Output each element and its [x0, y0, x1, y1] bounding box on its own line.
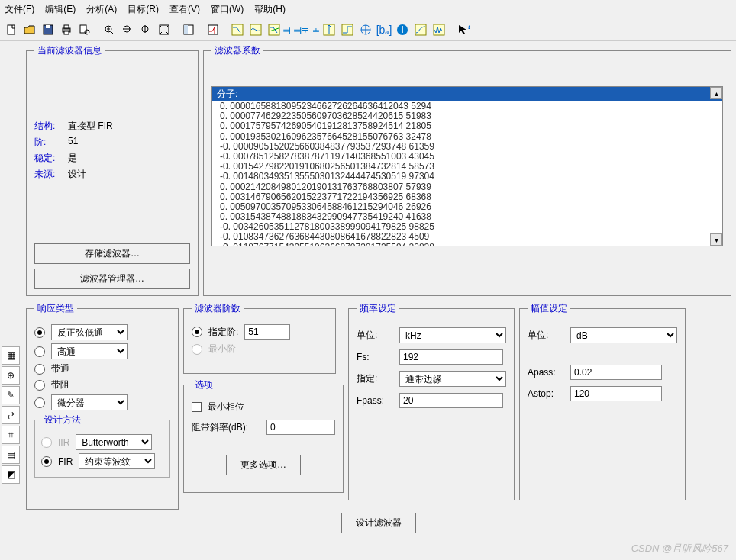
- resp-select-1[interactable]: 高通: [51, 343, 128, 359]
- resp-select-0[interactable]: 反正弦低通: [51, 324, 128, 340]
- mag-resp-icon[interactable]: [229, 21, 246, 38]
- fir-select[interactable]: 约束等波纹: [79, 453, 155, 469]
- mag-unit-select[interactable]: dB: [570, 327, 677, 343]
- resp-radio-2[interactable]: [34, 364, 45, 375]
- stopband-slope-input[interactable]: [266, 420, 335, 435]
- print-preview-icon[interactable]: [76, 21, 93, 38]
- more-options-button[interactable]: 更多选项…: [226, 455, 301, 475]
- filter-manager-button[interactable]: 滤波器管理器…: [34, 269, 190, 289]
- resp-radio-0[interactable]: [34, 327, 45, 338]
- coeff-line: -0. 0108347362763684430808641678822823 4…: [220, 232, 715, 242]
- response-type-panel: 响应类型 反正弦低通 高通 带通 带阻 微分器 设计方法 IIRButterwo…: [26, 302, 179, 510]
- astop-input[interactable]: [570, 386, 662, 401]
- zoom-y-icon[interactable]: [137, 21, 154, 38]
- coeff-line: 0. 0002142084980120190131763768803807 57…: [220, 182, 715, 192]
- fir-radio[interactable]: [41, 456, 52, 467]
- fpass-input[interactable]: [399, 393, 503, 408]
- coeff-line: 0. 0001757957426905401912813758924514 21…: [220, 121, 715, 131]
- menu-bar: 文件(F) 编辑(E) 分析(A) 目标(R) 查看(V) 窗口(W) 帮助(H…: [0, 0, 736, 19]
- coeff-line: 0. 0031467906562015223771722194356925 68…: [220, 192, 715, 202]
- open-icon[interactable]: [21, 21, 38, 38]
- iir-select[interactable]: Butterworth: [76, 434, 152, 450]
- lt-realize-icon[interactable]: ▤: [2, 446, 20, 464]
- phase-delay-icon[interactable]: ⫧⫨: [302, 21, 319, 38]
- help-pointer-icon[interactable]: ?: [455, 21, 472, 38]
- min-order-radio: [192, 344, 202, 355]
- noise-icon[interactable]: [431, 21, 447, 38]
- toolbar: ⫤⫥ ⫧⫨ [bₐ] i ?: [0, 19, 736, 41]
- svg-rect-0: [8, 25, 15, 34]
- print-icon[interactable]: [58, 21, 75, 38]
- fs-input[interactable]: [399, 349, 503, 365]
- spec-view-icon[interactable]: [180, 21, 197, 38]
- impulse-icon[interactable]: [321, 21, 337, 38]
- polezero-icon[interactable]: [357, 21, 374, 38]
- menu-analyze[interactable]: 分析(A): [86, 3, 117, 16]
- specify-order-input[interactable]: [244, 324, 290, 340]
- stopband-slope-label: 阻带斜率(dB):: [192, 421, 260, 434]
- fpass-label: Fpass:: [357, 395, 393, 406]
- lt-export-icon[interactable]: ◩: [2, 465, 20, 484]
- menu-window[interactable]: 窗口(W): [211, 3, 244, 16]
- scroll-up-icon[interactable]: ▴: [710, 87, 722, 99]
- design-method-panel: 设计方法 IIRButterworth FIR约束等波纹: [34, 414, 170, 478]
- fir-label: FIR: [58, 456, 73, 467]
- menu-target[interactable]: 目标(R): [128, 3, 159, 16]
- filter-spec-icon[interactable]: [205, 21, 221, 38]
- step-icon[interactable]: [339, 21, 356, 38]
- lt-design-tool-icon[interactable]: ✎: [2, 386, 20, 404]
- svg-rect-18: [184, 25, 188, 34]
- resp-radio-4[interactable]: [34, 397, 45, 408]
- menu-help[interactable]: 帮助(H): [254, 3, 286, 16]
- save-icon[interactable]: [40, 21, 56, 38]
- group-delay-icon[interactable]: ⫤⫥: [284, 21, 301, 38]
- struct-value: 直接型 FIR: [68, 120, 113, 133]
- zoom-in-icon[interactable]: [101, 21, 118, 38]
- freq-panel: 频率设定 单位:kHz Fs: 指定:通带边缘 Fpass:: [348, 302, 515, 500]
- coeff-icon[interactable]: [bₐ]: [376, 21, 392, 38]
- design-method-title: 设计方法: [41, 414, 84, 426]
- menu-file[interactable]: 文件(F): [5, 3, 34, 16]
- zoom-fit-icon[interactable]: [156, 21, 173, 38]
- struct-label: 结构:: [34, 120, 68, 133]
- freq-title: 频率设定: [357, 302, 399, 315]
- coeff-line: -0. 0118767715439551963668707301735594 2…: [220, 243, 715, 246]
- order-value: 51: [68, 136, 78, 149]
- apass-input[interactable]: [570, 365, 662, 380]
- coeff-listbox[interactable]: 分子: 0. 000016588180952346627262646364120…: [211, 86, 723, 246]
- min-phase-checkbox[interactable]: [192, 402, 202, 412]
- coeff-body: 0. 00001658818095234662726264636412043 5…: [212, 101, 722, 246]
- options-panel: 选项 最小相位 阻带斜率(dB): 更多选项…: [183, 378, 344, 493]
- freq-unit-label: 单位:: [357, 329, 393, 342]
- svg-rect-2: [46, 25, 50, 28]
- filter-info-icon[interactable]: i: [394, 21, 411, 38]
- lt-polezero-tool-icon[interactable]: ⊕: [2, 366, 20, 385]
- lt-quantize-icon[interactable]: ⌗: [2, 426, 20, 444]
- menu-edit[interactable]: 编辑(E): [45, 3, 76, 16]
- svg-rect-31: [415, 24, 426, 35]
- lt-transform-icon[interactable]: ⇄: [2, 406, 20, 424]
- zoom-x-icon[interactable]: [119, 21, 136, 38]
- resp-radio-1[interactable]: [34, 346, 45, 357]
- menu-view[interactable]: 查看(V): [169, 3, 200, 16]
- current-filter-info-title: 当前滤波器信息: [34, 44, 105, 57]
- resp-select-4[interactable]: 微分器: [51, 394, 128, 410]
- store-filter-button[interactable]: 存储滤波器…: [34, 243, 190, 264]
- freq-spec-label: 指定:: [357, 372, 393, 385]
- svg-rect-20: [232, 24, 243, 35]
- design-filter-button[interactable]: 设计滤波器: [341, 513, 416, 533]
- resp-label-3: 带阻: [51, 378, 69, 391]
- freq-unit-select[interactable]: kHz: [399, 327, 506, 343]
- magphase-icon[interactable]: [266, 21, 282, 38]
- phase-resp-icon[interactable]: [247, 21, 264, 38]
- freq-spec-select[interactable]: 通带边缘: [399, 371, 506, 387]
- new-icon[interactable]: [3, 21, 20, 38]
- resp-radio-3[interactable]: [34, 380, 45, 391]
- left-toolstrip: ▦ ⊕ ✎ ⇄ ⌗ ▤ ◩: [0, 41, 21, 533]
- source-label: 来源:: [34, 168, 68, 181]
- mag-resp2-icon[interactable]: [412, 21, 429, 38]
- scroll-down-icon[interactable]: ▾: [710, 233, 722, 246]
- astop-label: Astop:: [528, 388, 564, 399]
- lt-grid-icon[interactable]: ▦: [2, 346, 20, 365]
- specify-order-radio[interactable]: [192, 327, 202, 337]
